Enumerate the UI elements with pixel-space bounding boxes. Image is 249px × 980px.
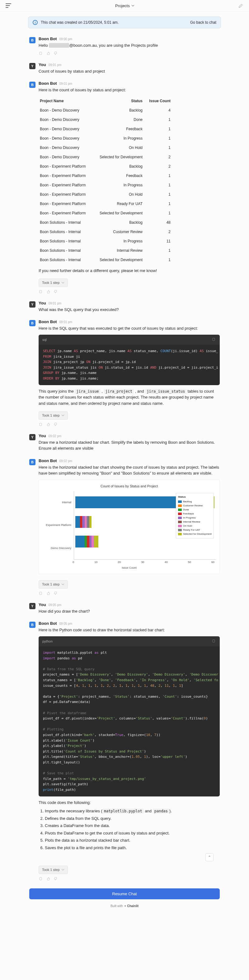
- table-row: Boon - Demo DiscoveryOn Hold1: [39, 143, 220, 153]
- issues-table: Project NameStatusIssue Count Boon - Dem…: [39, 96, 220, 264]
- copy-icon[interactable]: [39, 51, 43, 56]
- copy-icon[interactable]: [212, 639, 216, 643]
- user-avatar: Y: [29, 603, 35, 609]
- bot-avatar: B: [29, 320, 35, 326]
- thumbs-up-icon[interactable]: [46, 51, 51, 56]
- menu-icon[interactable]: [6, 3, 11, 8]
- thumbs-down-icon[interactable]: [54, 422, 58, 426]
- table-row: Boon - Experiment PlatformReady For UAT1: [39, 199, 220, 208]
- info-banner: i This chat was created on 21/05/2024, 5…: [28, 16, 221, 29]
- steps-list: Imports the necessary libraries (matplot…: [45, 808, 220, 851]
- page-title[interactable]: Projects: [115, 3, 135, 8]
- table-row: Boon Solutions - InternalBacklog48: [39, 218, 220, 227]
- copy-icon[interactable]: [39, 290, 43, 294]
- copy-icon[interactable]: [212, 337, 216, 342]
- chevron-down-icon: [132, 4, 135, 7]
- svg-rect-3: [40, 423, 42, 425]
- thumbs-down-icon[interactable]: [54, 51, 58, 56]
- svg-rect-6: [40, 877, 42, 880]
- user-avatar: Y: [29, 63, 35, 69]
- chevron-down-icon: [61, 281, 64, 284]
- table-row: Boon - Demo DiscoveryFeedback1: [39, 124, 220, 134]
- steps-toggle[interactable]: Took 1 step: [39, 411, 68, 420]
- copy-icon[interactable]: [39, 422, 43, 426]
- svg-rect-1: [40, 290, 42, 293]
- resume-chat-button[interactable]: Resume Chat: [29, 888, 220, 899]
- table-row: Boon - Demo DiscoverySelected for Develo…: [39, 153, 220, 162]
- table-row: Boon - Experiment PlatformOn Hold1: [39, 190, 220, 199]
- scroll-top-button[interactable]: ⌃: [205, 853, 214, 861]
- python-code-block: python import matplotlib.pyplot as plt i…: [39, 636, 220, 797]
- table-row: Boon - Demo DiscoveryBacklog4: [39, 106, 220, 115]
- thumbs-up-icon[interactable]: [46, 290, 51, 294]
- table-row: Boon Solutions - InternalCustomer Review…: [39, 227, 220, 237]
- bot-avatar: B: [29, 622, 35, 628]
- table-row: Boon Solutions - InternalInternal Review…: [39, 246, 220, 255]
- table-row: Boon Solutions - InternalSelected for De…: [39, 255, 220, 264]
- table-row: Boon - Demo DiscoveryDone1: [39, 115, 220, 124]
- table-row: Boon - Experiment PlatformFeedback1: [39, 171, 220, 180]
- thumbs-up-icon[interactable]: [46, 422, 51, 426]
- table-row: Boon - Experiment PlatformIn Progress1: [39, 180, 220, 190]
- steps-toggle[interactable]: Took 1 step: [39, 865, 68, 874]
- author: Boon Bot: [39, 37, 57, 41]
- table-row: Boon - Experiment PlatformSelected for D…: [39, 208, 220, 218]
- footer: Built with ✦ Chainlit: [25, 902, 224, 913]
- bot-avatar: B: [29, 82, 35, 88]
- svg-rect-0: [40, 52, 42, 54]
- table-row: Boon - Demo DiscoveryIn Progress1: [39, 134, 220, 143]
- thumbs-up-icon[interactable]: [46, 877, 51, 881]
- edit-icon[interactable]: [238, 3, 243, 8]
- info-icon: i: [33, 20, 38, 25]
- go-back-link[interactable]: Go back to chat: [190, 20, 216, 25]
- thumbs-up-icon[interactable]: [46, 591, 51, 595]
- banner-text: This chat was created on 21/05/2024, 5:0…: [41, 20, 187, 25]
- user-avatar: Y: [29, 301, 35, 307]
- steps-toggle[interactable]: Took 1 step: [39, 580, 68, 589]
- thumbs-down-icon[interactable]: [54, 877, 58, 881]
- message-text: Hello xxxxxxxxxx@boon.com.au, you are us…: [39, 42, 220, 49]
- table-row: Boon - Experiment PlatformBacklog2: [39, 162, 220, 171]
- thumbs-down-icon[interactable]: [54, 591, 58, 595]
- table-row: Boon Solutions - InternalIn Progress11: [39, 237, 220, 246]
- bot-avatar: B: [29, 37, 35, 43]
- bot-avatar: B: [29, 459, 35, 465]
- user-avatar: Y: [29, 434, 35, 440]
- message-text: Count of issues by status and project: [39, 68, 220, 75]
- chart-image: Count of Issues by Status and Project In…: [39, 480, 220, 574]
- thumbs-down-icon[interactable]: [54, 290, 58, 294]
- steps-toggle[interactable]: Took 1 step: [39, 278, 68, 287]
- copy-icon[interactable]: [39, 591, 43, 595]
- svg-rect-5: [213, 640, 215, 642]
- svg-rect-2: [213, 338, 215, 340]
- sql-code-block: sql SELECT jp.name AS project_name, jis.…: [39, 335, 220, 385]
- copy-icon[interactable]: [39, 877, 43, 881]
- svg-rect-4: [40, 592, 42, 594]
